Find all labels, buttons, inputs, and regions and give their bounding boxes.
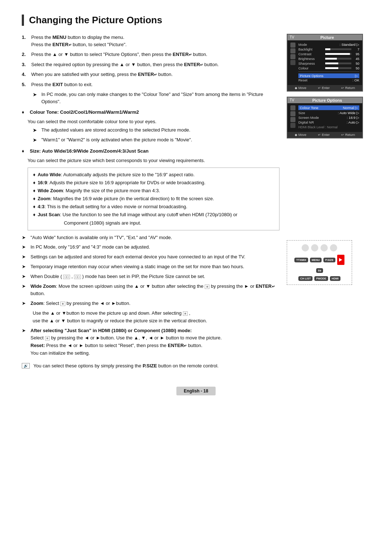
size-desc: You can select the picture size which be… [28,157,279,164]
diamond-icon: ♦ [33,187,36,195]
tv-screen-1: TV Picture Mode : Standar [287,34,363,92]
tv-options-row: HDMI Black Level : Normal [298,125,359,129]
footer-return-2: ↩ Return [341,133,355,137]
remote-control: TTXMIX MENU P.SIZE ᴇᴏ CH LIST PMODE HDMI [287,240,352,285]
arrow-icon: ➤ [33,91,38,105]
arrow-icon: ➤ [33,136,38,144]
list-item: ♦ 16:9: Adjusts the picture size to 16:9… [33,179,274,187]
note-double: ➤ When Double ( □□ , □□ ) mode has been … [22,273,279,281]
page-footer-wrap: English - 18 [22,376,370,395]
note-zoom: ➤ Zoom: Select ≡ by pressing the ◄ or ►b… [22,300,279,307]
step-num-4: 4. [22,71,28,78]
tv-row: Reset : OK [298,78,359,82]
remote-row-2: ᴇᴏ [316,268,323,273]
arrow-icon: ➤ [22,300,28,307]
diamond-icon: ♦ [22,148,27,155]
list-item: ♦ Auto Wide: Automatically adjusts the p… [33,171,274,179]
step-num-2: 2. [22,51,28,58]
tv-options-row: Size : Auto Wide ▷ [298,111,359,115]
remote-btn-psize: P.SIZE [323,258,335,262]
tv-bar-row: Colour 50 [298,66,359,70]
tv-highlight-row-2: Colour ToneNormal ▷ [298,105,359,110]
note-wide-zoom: ➤ Wide Zoom: Move the screen up/down usi… [22,283,279,298]
list-item: ♦ Wide Zoom: Magnify the size of the pic… [33,187,274,195]
arrow-icon: ➤ [22,263,28,271]
diamond-icon: ♦ [33,203,36,211]
right-content: TV Picture Mode : Standar [287,34,370,368]
note-pc-mode-size: ➤ In PC Mode, only "16:9" and "4:3" mode… [22,243,279,251]
footer-enter: ↵ Enter [318,86,330,90]
step-5: 5. Press the EXIT button to exit. [22,81,279,88]
arrow-icon: ➤ [22,234,28,242]
tv-label-1: TV [290,35,294,40]
footer-move: ◆ Move [295,86,306,90]
arrow-icon: ➤ [22,243,28,251]
tv-title-2: Picture Options [312,98,342,102]
tv-options-row: Digital NR : Auto ▷ [298,120,359,124]
tv-title-1: Picture [320,35,334,40]
remote-circles [302,244,337,251]
tv-label-2: TV [290,98,294,102]
step-text-5: Press the EXIT button to exit. [31,81,279,88]
tv-bar-row: Sharpness 50 [298,61,359,65]
just-scan-note: ➤ After selecting "Just Scan" in HDMI (1… [22,327,279,357]
remote-btn-circle [311,244,318,251]
remote-btn-sound: ᴇᴏ [316,268,323,273]
footer-enter-2: ↵ Enter [318,133,330,137]
arrow-icon: ➤ [22,273,28,281]
page-footer: English - 18 [176,387,215,395]
step-1: 1. Press the MENU button to display the … [22,34,279,48]
diamond-icon: ♦ [33,195,36,203]
left-content: 1. Press the MENU button to display the … [22,34,279,368]
note-auto-wide: ➤ "Auto Wide" function is available only… [22,234,279,242]
arrow-icon: ➤ [22,283,28,298]
tv-bar-row: Brightness 45 [298,57,359,61]
tv-row: Mode : Standard ▷ [298,43,359,47]
tv-footer-1: ◆ Move ↵ Enter ↩ Return [287,85,362,91]
pc-mode-note: ➤ In PC mode, you can only make changes … [33,91,279,105]
remote-btn-power [337,255,344,265]
footer-move-2: ◆ Move [295,133,306,137]
diamond-icon: ♦ [33,171,36,179]
tv-footer-2: ◆ Move ↵ Enter ↩ Return [287,132,362,138]
remote-btn-circle [302,244,309,251]
arrow-icon: ➤ [33,126,38,134]
zoom-indent-note: Use the ▲ or ▼button to move the picture… [33,310,279,325]
psize-note: 🔊 You can select these options by simply… [22,363,279,368]
colour-tone-note1: ➤ The adjusted values are stored accordi… [33,126,279,134]
diamond-icon: ♦ [22,109,27,116]
list-item: ♦ Just Scan: Use the function to see the… [33,211,274,227]
step-text-4: When you are satisfied with your setting… [31,71,279,78]
colour-tone-section: ♦ Colour Tone: Cool2/Cool1/Normal/Warm1/… [22,109,279,116]
arrow-icon: ➤ [22,327,28,357]
step-2: 2. Press the ▲ or ▼ button to select "Pi… [22,51,279,58]
colour-tone-note2: ➤ "Warm1" or "Warm2" is only activated w… [33,136,279,144]
footer-return: ↩ Return [341,86,355,90]
remote-btn-menu: MENU [310,258,322,262]
size-section: ♦ Size: Auto Wide/16:9/Wide Zoom/Zoom/4:… [22,148,279,155]
step-4: 4. When you are satisfied with your sett… [22,71,279,78]
page-title: Changing the Picture Options [22,15,370,26]
step-text-1: Press the MENU button to display the men… [31,34,279,48]
size-options-box: ♦ Auto Wide: Automatically adjusts the p… [28,168,279,230]
step-text-2: Press the ▲ or ▼ button to select "Pictu… [31,51,279,58]
remote-row-3: CH LIST PMODE HDMI [298,276,340,281]
note-settings: ➤ Settings can be adjusted and stored fo… [22,253,279,261]
diamond-icon: ♦ [33,211,36,227]
tv-highlight-row: Picture Options▷ [298,73,359,78]
list-item: ♦ 4:3: This is the default setting for a… [33,203,274,211]
step-text-3: Select the required option by pressing t… [31,61,279,68]
remote-btn-chlist: CH LIST [298,276,313,281]
remote-btn-pmode: PMODE [314,276,328,281]
colour-tone-desc: You can select the most comfortable colo… [28,118,279,125]
remote-btn-circle [320,244,328,251]
list-item: ♦ Zoom: Magnifies the 16:9 wide picture … [33,195,274,203]
tv-screen-2: TV Picture Options Colour ToneNormal ▷ [287,97,363,138]
remote-btn-hdmi: HDMI [330,276,340,281]
diamond-icon: ♦ [33,179,36,187]
step-3: 3. Select the required option by pressin… [22,61,279,68]
note-retention: ➤ Temporary image retention may occur wh… [22,263,279,271]
step-num-1: 1. [22,34,28,48]
note-icon: 🔊 [22,363,30,368]
arrow-icon: ➤ [22,253,28,261]
